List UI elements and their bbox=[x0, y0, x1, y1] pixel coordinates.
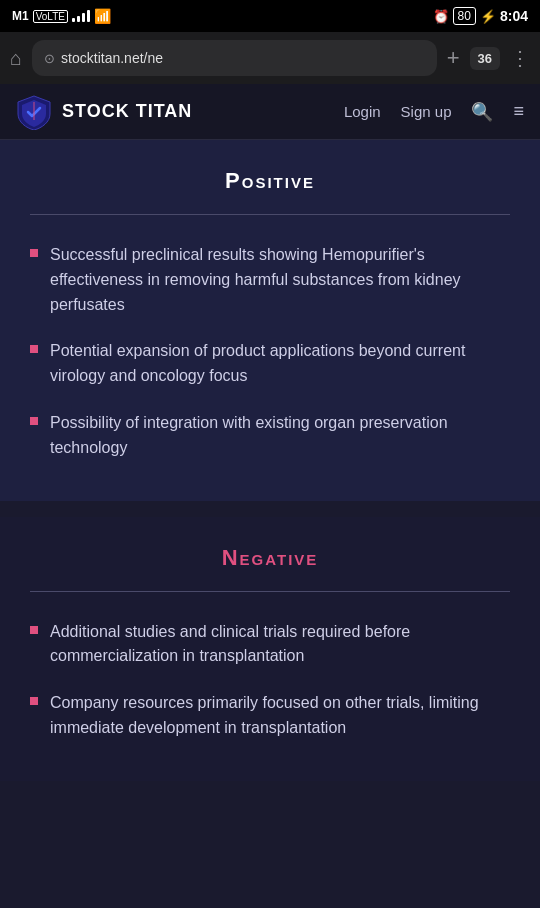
more-menu-button[interactable]: ⋮ bbox=[510, 46, 530, 70]
nav-links: Login Sign up 🔍 ≡ bbox=[344, 101, 524, 123]
bullet-icon bbox=[30, 626, 38, 634]
negative-section: Negative Additional studies and clinical… bbox=[0, 517, 540, 781]
status-bar: M1 VoLTE 📶 ⏰ 80 ⚡ 8:04 bbox=[0, 0, 540, 32]
signal-icon bbox=[72, 10, 90, 22]
search-icon[interactable]: 🔍 bbox=[471, 101, 493, 123]
wifi-icon: 📶 bbox=[94, 8, 111, 24]
status-left: M1 VoLTE 📶 bbox=[12, 8, 111, 24]
tabs-button[interactable]: 36 bbox=[470, 47, 500, 70]
list-item: Potential expansion of product applicati… bbox=[30, 339, 510, 389]
bullet-icon bbox=[30, 345, 38, 353]
logo-shield-icon bbox=[16, 94, 52, 130]
list-item: Possibility of integration with existing… bbox=[30, 411, 510, 461]
charging-icon: ⚡ bbox=[480, 9, 496, 24]
volte-badge: VoLTE bbox=[33, 10, 68, 23]
status-right: ⏰ 80 ⚡ 8:04 bbox=[433, 7, 528, 25]
bullet-icon bbox=[30, 417, 38, 425]
positive-item-2: Potential expansion of product applicati… bbox=[50, 339, 510, 389]
negative-title: Negative bbox=[30, 545, 510, 571]
carrier-label: M1 bbox=[12, 9, 29, 23]
hamburger-menu-icon[interactable]: ≡ bbox=[513, 101, 524, 122]
home-icon[interactable]: ⌂ bbox=[10, 47, 22, 70]
list-item: Successful preclinical results showing H… bbox=[30, 243, 510, 317]
logo-text: STOCK TITAN bbox=[62, 101, 192, 122]
bullet-icon bbox=[30, 697, 38, 705]
negative-list: Additional studies and clinical trials r… bbox=[30, 620, 510, 741]
login-link[interactable]: Login bbox=[344, 103, 381, 120]
positive-title: Positive bbox=[30, 168, 510, 194]
signup-link[interactable]: Sign up bbox=[401, 103, 452, 120]
positive-section: Positive Successful preclinical results … bbox=[0, 140, 540, 501]
positive-item-1: Successful preclinical results showing H… bbox=[50, 243, 510, 317]
nav-bar: STOCK TITAN Login Sign up 🔍 ≡ bbox=[0, 84, 540, 140]
nav-logo: STOCK TITAN bbox=[16, 94, 344, 130]
negative-divider bbox=[30, 591, 510, 592]
positive-divider bbox=[30, 214, 510, 215]
negative-item-2: Company resources primarily focused on o… bbox=[50, 691, 510, 741]
bullet-icon bbox=[30, 249, 38, 257]
browser-chrome: ⌂ ⊙ stocktitan.net/ne + 36 ⋮ bbox=[0, 32, 540, 84]
page-content: Positive Successful preclinical results … bbox=[0, 140, 540, 781]
battery-label: 80 bbox=[453, 7, 476, 25]
list-item: Additional studies and clinical trials r… bbox=[30, 620, 510, 670]
clock-display: 8:04 bbox=[500, 8, 528, 24]
url-bar[interactable]: ⊙ stocktitan.net/ne bbox=[32, 40, 437, 76]
site-info-icon: ⊙ bbox=[44, 51, 55, 66]
new-tab-button[interactable]: + bbox=[447, 45, 460, 71]
positive-item-3: Possibility of integration with existing… bbox=[50, 411, 510, 461]
positive-list: Successful preclinical results showing H… bbox=[30, 243, 510, 461]
list-item: Company resources primarily focused on o… bbox=[30, 691, 510, 741]
negative-item-1: Additional studies and clinical trials r… bbox=[50, 620, 510, 670]
url-text: stocktitan.net/ne bbox=[61, 50, 425, 66]
alarm-icon: ⏰ bbox=[433, 9, 449, 24]
